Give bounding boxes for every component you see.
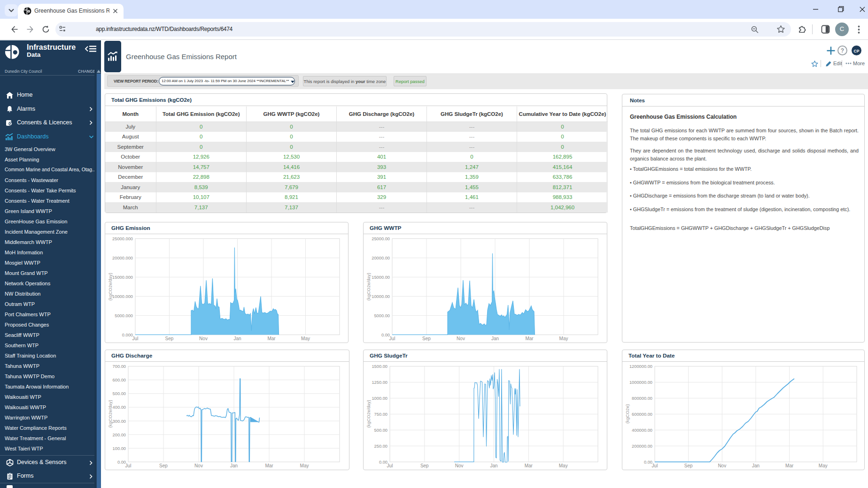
svg-text:20000.000: 20000.000 [112,256,133,260]
svg-text:(kgCO2e/day): (kgCO2e/day) [366,400,371,427]
svg-text:Nov: Nov [194,463,203,468]
svg-text:5000.00: 5000.00 [374,313,390,318]
svg-text:May: May [301,336,310,341]
svg-text:Nov: Nov [457,336,465,341]
svg-text:0.00: 0.00 [381,333,390,337]
svg-text:Mar: Mar [525,336,534,341]
svg-text:0.00: 0.00 [379,460,388,465]
svg-text:Sep: Sep [684,463,693,468]
svg-text:1500.00: 1500.00 [372,364,388,369]
svg-text:100.00: 100.00 [113,446,126,451]
svg-text:25000.00: 25000.00 [372,236,390,241]
svg-text:400000.00: 400000.00 [632,428,652,433]
svg-text:10000.000: 10000.000 [112,294,133,299]
svg-text:15000.00: 15000.00 [372,275,390,280]
svg-text:200000.00: 200000.00 [632,444,652,449]
svg-text:20000.00: 20000.00 [372,256,390,260]
svg-text:Jul: Jul [125,463,132,468]
svg-text:Sep: Sep [422,336,431,341]
svg-text:May: May [300,463,309,468]
svg-text:0.00: 0.00 [644,460,652,465]
svg-text:Mar: Mar [267,336,276,341]
svg-text:1000.00: 1000.00 [372,396,388,401]
svg-text:1000000.00: 1000000.00 [629,380,652,385]
svg-text:Jan: Jan [752,463,760,468]
svg-text:Mar: Mar [785,463,794,468]
svg-text:Sep: Sep [420,463,429,468]
svg-text:Nov: Nov [199,336,208,341]
svg-text:(kgCO2e/day): (kgCO2e/day) [108,400,113,427]
svg-text:Sep: Sep [165,336,174,341]
svg-text:500.00: 500.00 [374,428,388,433]
svg-text:10000.00: 10000.00 [372,294,390,299]
svg-text:5000.000: 5000.000 [115,313,133,318]
svg-text:200.00: 200.00 [113,433,126,437]
svg-text:250.00: 250.00 [374,444,388,449]
svg-text:(kgCO2e/day): (kgCO2e/day) [108,273,113,300]
svg-text:(kgCO2e): (kgCO2e) [625,404,630,423]
svg-text:Sep: Sep [159,463,168,468]
svg-text:Nov: Nov [718,463,726,468]
svg-text:600.00: 600.00 [113,378,126,382]
svg-text:Jul: Jul [652,463,658,468]
svg-text:Nov: Nov [455,463,464,468]
svg-text:400.00: 400.00 [113,405,126,410]
svg-text:May: May [559,463,568,468]
svg-text:1200000.00: 1200000.00 [629,364,652,369]
svg-text:750.00: 750.00 [374,412,388,417]
svg-text:Jan: Jan [230,463,238,468]
svg-text:1250.00: 1250.00 [372,380,388,385]
svg-text:Jul: Jul [389,336,395,341]
svg-text:800000.00: 800000.00 [632,396,652,401]
svg-text:300.00: 300.00 [113,419,126,424]
svg-text:Jul: Jul [387,463,393,468]
svg-text:Jul: Jul [132,336,139,341]
svg-text:May: May [559,336,568,341]
svg-text:0.00: 0.00 [117,460,126,465]
svg-text:(kgCO2e/day): (kgCO2e/day) [366,273,371,300]
svg-text:25000.000: 25000.000 [112,236,133,241]
svg-text:700.00: 700.00 [113,364,126,369]
svg-text:May: May [819,463,828,468]
svg-text:0.000: 0.000 [122,333,133,337]
svg-text:500.00: 500.00 [113,391,126,396]
svg-text:Jan: Jan [491,336,499,341]
svg-text:Mar: Mar [265,463,273,468]
svg-text:Mar: Mar [525,463,533,468]
svg-text:Jan: Jan [490,463,497,468]
svg-text:15000.000: 15000.000 [112,275,133,280]
svg-text:Jan: Jan [233,336,241,341]
svg-text:600000.00: 600000.00 [632,412,652,417]
